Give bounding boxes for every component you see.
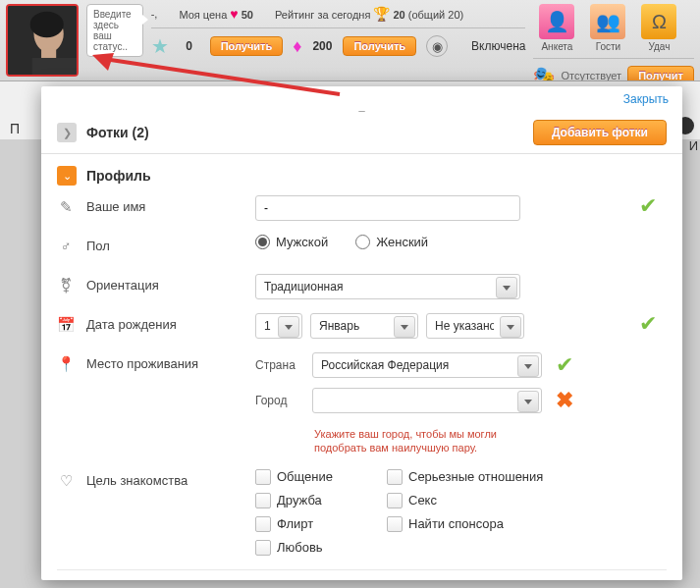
rating-block: Рейтинг за сегодня 🏆 20 (общий 20) [275,6,463,22]
nav-guests[interactable]: 👥Гости [584,4,631,52]
gem-value: 200 [311,39,333,53]
goal-sex-checkbox[interactable]: Секс [387,493,564,508]
profile-title: Профиль [86,168,667,184]
modal-drag-handle[interactable]: _ [41,100,682,112]
heart-icon: ♥ [230,6,238,22]
goal-sponsor-checkbox[interactable]: Найти спонсора [387,516,564,532]
nav-anketa[interactable]: 👤Анкета [533,4,580,52]
orientation-select[interactable]: Традиционная [255,274,520,299]
svg-point-2 [30,12,64,37]
city-sublabel: Город [255,394,304,407]
city-hint: Укажите ваш город, чтобы мы могли подобр… [314,427,550,455]
dob-day-select[interactable]: 1 [255,313,302,339]
pin-icon: 📍 [57,352,75,373]
guests-icon: 👥 [590,4,625,39]
gender-female-radio[interactable]: Женский [355,235,428,249]
add-photos-button[interactable]: Добавить фотки [533,120,667,145]
name-label: Ваше имя [86,195,243,214]
country-sublabel: Страна [255,358,304,372]
check-icon: ✔ [556,354,583,376]
profile-card-icon: 👤 [539,4,574,39]
behind-right-text: И [689,138,698,153]
check-icon: ✔ [639,313,667,335]
behind-tab: П [10,121,20,136]
dob-month-select[interactable]: Январь [310,313,418,339]
goal-label: Цель знакомства [86,469,243,488]
status-input[interactable]: Введите здесь ваш статус.. [86,4,143,57]
goal-chat-checkbox[interactable]: Общение [255,469,373,485]
photos-toggle[interactable]: ❯ [57,123,77,142]
dob-label: Дата рождения [86,313,243,332]
country-select[interactable]: Российская Федерация [312,352,542,378]
goal-flirt-checkbox[interactable]: Флирт [255,516,373,532]
top-stats: -, Моя цена ♥ 50 Рейтинг за сегодня 🏆 20… [151,4,526,58]
name-input[interactable] [255,195,520,221]
gender-male-radio[interactable]: Мужской [255,235,328,249]
gender-label: Пол [86,235,243,253]
orientation-icon: ⚧ [57,274,75,294]
dob-year-select[interactable]: Не указано [426,313,524,339]
city-select[interactable] [312,388,542,413]
svg-rect-4 [32,58,77,75]
eye-icon[interactable]: ◉ [426,35,448,57]
goal-friend-checkbox[interactable]: Дружба [255,493,373,508]
gender-icon: ♂ [57,235,75,254]
star-icon: ★ [151,34,169,58]
goal-love-checkbox[interactable]: Любовь [255,540,373,556]
calendar-icon: 📅 [57,313,75,334]
price-block: Моя цена ♥ 50 [179,6,253,22]
check-icon: ✔ [639,195,667,217]
goal-serious-checkbox[interactable]: Серьезные отношения [387,469,564,485]
get-gem-button[interactable]: Получить [343,36,416,56]
horseshoe-icon: Ω [641,4,676,39]
star-value: 0 [179,39,200,53]
profile-modal: Закрыть _ ❯ Фотки (2) Добавить фотки ⌄ П… [41,86,682,580]
photos-title: Фотки (2) [86,125,523,140]
error-icon: ✖ [556,390,583,411]
user-avatar[interactable] [6,4,79,77]
greeting-text: -, [151,8,158,20]
top-bar: Введите здесь ваш статус.. -, Моя цена ♥… [0,0,700,80]
get-star-button[interactable]: Получить [210,36,284,56]
orientation-label: Ориентация [86,274,243,293]
nav-luck[interactable]: ΩУдач [635,4,682,52]
enabled-label: Включена [471,39,525,53]
profile-toggle[interactable]: ⌄ [57,166,77,186]
location-label: Место проживания [86,352,243,371]
trophy-icon: 🏆 [373,6,390,22]
pencil-icon: ✎ [57,195,75,216]
heart-outline-icon: ♡ [57,469,75,490]
gem-icon: ♦ [293,36,301,57]
